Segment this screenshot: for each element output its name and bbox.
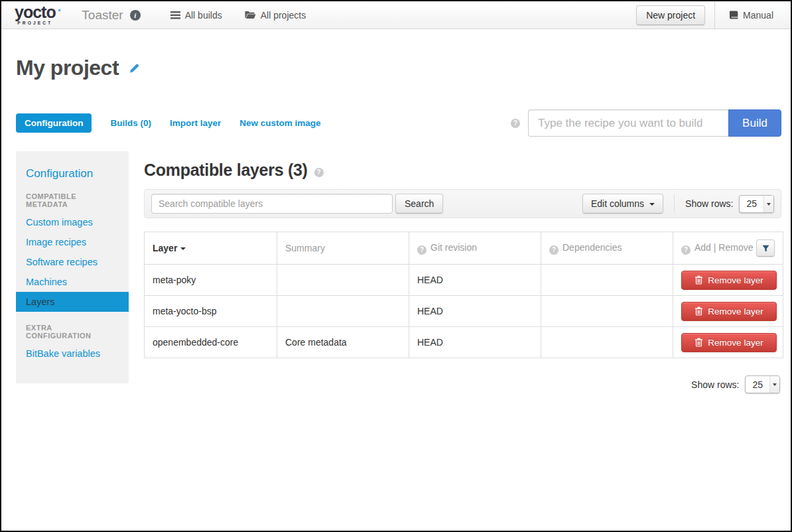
cell-dependencies bbox=[541, 296, 673, 327]
nav-all-projects[interactable]: All projects bbox=[245, 10, 306, 21]
table-header-row: Layer Summary ?Git revision ?Dependencie… bbox=[145, 232, 783, 265]
show-rows-label: Show rows: bbox=[685, 198, 733, 209]
sidebar-heading-extra-configuration: EXTRA CONFIGURATION bbox=[16, 324, 129, 340]
edit-columns-label: Edit columns bbox=[591, 198, 644, 209]
remove-layer-button[interactable]: Remove layer bbox=[681, 271, 777, 290]
sidebar-item-image-recipes[interactable]: Image recipes bbox=[16, 232, 129, 252]
cell-summary bbox=[277, 296, 409, 327]
content-columns: Configuration COMPATIBLE METADATA Custom… bbox=[16, 151, 781, 393]
nav-all-builds[interactable]: All builds bbox=[170, 10, 222, 21]
brand-name: yocto bbox=[15, 4, 56, 21]
page-section-title: Compatible layers (3) bbox=[144, 161, 308, 180]
sidebar-item-bitbake-variables[interactable]: BitBake variables bbox=[16, 344, 129, 364]
cell-git-revision: HEAD bbox=[409, 327, 541, 358]
brand-dot-icon: · bbox=[58, 3, 62, 18]
trash-icon bbox=[694, 275, 703, 285]
remove-layer-label: Remove layer bbox=[708, 275, 763, 285]
cell-summary bbox=[277, 265, 409, 296]
sort-caret-icon bbox=[180, 247, 186, 250]
compatible-layers-table: Layer Summary ?Git revision ?Dependencie… bbox=[144, 232, 783, 358]
top-navbar: yocto PROJECT · Toaster i All builds All… bbox=[1, 1, 791, 29]
cell-summary: Core metadata bbox=[277, 327, 409, 358]
main-heading-row: Compatible layers (3) ? bbox=[144, 161, 781, 180]
main-panel: Compatible layers (3) ? Search Edit colu… bbox=[129, 151, 781, 393]
cell-layer-name: openembedded-core bbox=[145, 327, 277, 358]
cell-dependencies bbox=[541, 327, 673, 358]
sidebar-item-layers[interactable]: Layers bbox=[16, 292, 129, 312]
select-arrow-icon bbox=[769, 376, 779, 393]
sidebar-item-custom-images[interactable]: Custom images bbox=[16, 212, 129, 232]
manual-label: Manual bbox=[743, 10, 773, 21]
column-header-layer[interactable]: Layer bbox=[145, 232, 277, 265]
remove-layer-button[interactable]: Remove layer bbox=[681, 333, 777, 352]
sidebar-item-software-recipes[interactable]: Software recipes bbox=[16, 252, 129, 272]
build-form: ? Build bbox=[511, 109, 781, 137]
show-rows-value: 25 bbox=[740, 196, 763, 212]
sidebar-item-configuration[interactable]: Configuration bbox=[16, 167, 129, 180]
cell-layer-name: meta-poky bbox=[145, 265, 277, 296]
table-footer: Show rows: 25 bbox=[144, 375, 781, 393]
search-button[interactable]: Search bbox=[395, 194, 443, 214]
remove-layer-label: Remove layer bbox=[708, 306, 763, 316]
compatible-layers-help-icon[interactable]: ? bbox=[314, 168, 324, 177]
dependencies-help-icon[interactable]: ? bbox=[549, 245, 559, 255]
app-title: Toaster bbox=[82, 8, 123, 23]
cell-dependencies bbox=[541, 265, 673, 296]
tab-import-layer[interactable]: Import layer bbox=[170, 118, 221, 128]
manual-link[interactable]: Manual bbox=[715, 10, 791, 21]
brand-sub: PROJECT bbox=[17, 21, 52, 26]
column-header-add-remove: ?Add | Remove bbox=[673, 232, 783, 265]
navbar-links: All builds All projects bbox=[170, 10, 306, 21]
chevron-down-icon bbox=[649, 203, 655, 206]
page-title: My project bbox=[16, 56, 119, 80]
info-icon[interactable]: i bbox=[130, 10, 141, 21]
trash-icon bbox=[694, 306, 703, 316]
project-tabs-row: Configuration Builds (0) Import layer Ne… bbox=[16, 109, 781, 137]
tab-builds[interactable]: Builds (0) bbox=[110, 118, 151, 128]
table-row: meta-yocto-bsp HEAD Remove layer bbox=[145, 296, 783, 327]
edit-columns-button[interactable]: Edit columns bbox=[582, 194, 663, 214]
page-title-row: My project bbox=[16, 56, 781, 80]
list-icon bbox=[170, 11, 180, 19]
page-content: My project Configuration Builds (0) Impo… bbox=[1, 56, 791, 393]
sidebar-item-machines[interactable]: Machines bbox=[16, 272, 129, 292]
cell-layer-name: meta-yocto-bsp bbox=[145, 296, 277, 327]
tab-new-custom-image[interactable]: New custom image bbox=[239, 118, 320, 128]
config-sidebar: Configuration COMPATIBLE METADATA Custom… bbox=[16, 151, 129, 383]
nav-all-builds-label: All builds bbox=[185, 10, 222, 21]
column-header-git-revision: ?Git revision bbox=[409, 232, 541, 265]
filter-button[interactable] bbox=[756, 239, 775, 257]
show-rows-select-bottom[interactable]: 25 bbox=[745, 375, 780, 393]
filter-funnel-icon bbox=[762, 245, 769, 252]
yocto-logo[interactable]: yocto PROJECT · bbox=[15, 4, 62, 26]
build-help-icon[interactable]: ? bbox=[511, 119, 520, 128]
table-row: meta-poky HEAD Remove layer bbox=[145, 265, 783, 296]
search-input[interactable] bbox=[151, 194, 393, 214]
new-project-button[interactable]: New project bbox=[636, 5, 705, 25]
sidebar-heading-compatible-metadata: COMPATIBLE METADATA bbox=[16, 192, 129, 208]
show-rows-select[interactable]: 25 bbox=[739, 195, 774, 213]
show-rows-label-bottom: Show rows: bbox=[691, 379, 739, 390]
book-icon bbox=[728, 11, 738, 19]
column-header-summary: Summary bbox=[277, 232, 409, 265]
add-remove-help-icon[interactable]: ? bbox=[681, 245, 691, 255]
toaster-window: yocto PROJECT · Toaster i All builds All… bbox=[0, 0, 792, 532]
folder-open-icon bbox=[245, 11, 256, 19]
toolbar-divider bbox=[674, 194, 675, 213]
edit-project-name-icon[interactable] bbox=[128, 62, 140, 74]
table-toolbar: Search Edit columns Show rows: 25 bbox=[144, 189, 781, 218]
git-revision-help-icon[interactable]: ? bbox=[417, 245, 427, 255]
remove-layer-button[interactable]: Remove layer bbox=[681, 302, 777, 321]
cell-git-revision: HEAD bbox=[409, 296, 541, 327]
tab-configuration[interactable]: Configuration bbox=[16, 113, 92, 133]
table-row: openembedded-core Core metadata HEAD Rem… bbox=[145, 327, 783, 358]
trash-icon bbox=[694, 338, 703, 347]
build-button[interactable]: Build bbox=[728, 109, 781, 137]
nav-all-projects-label: All projects bbox=[261, 10, 306, 21]
navbar-right: New project Manual bbox=[636, 1, 791, 29]
select-arrow-icon bbox=[763, 196, 773, 212]
column-header-dependencies: ?Dependencies bbox=[541, 232, 673, 265]
remove-layer-label: Remove layer bbox=[708, 338, 763, 348]
cell-git-revision: HEAD bbox=[409, 265, 541, 296]
build-recipe-input[interactable] bbox=[528, 109, 728, 137]
